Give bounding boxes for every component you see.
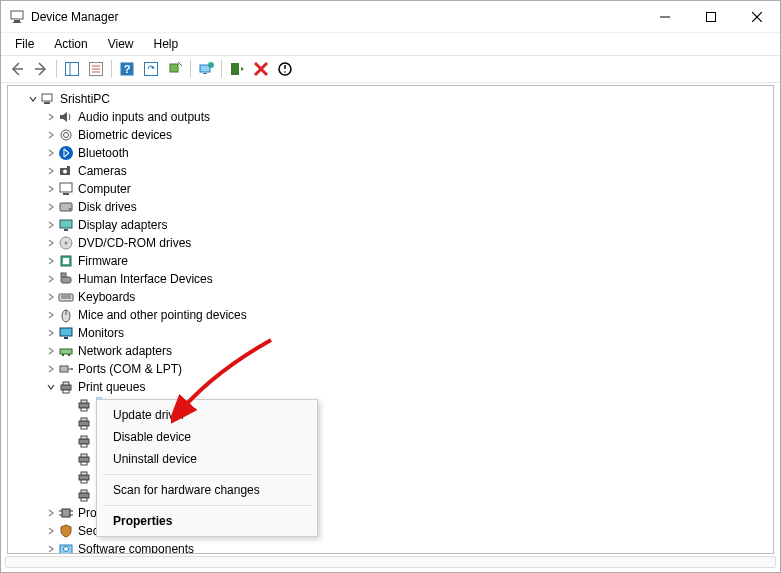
enable-device-button[interactable]	[225, 58, 249, 80]
tree-category-label: Network adapters	[78, 344, 172, 358]
context-uninstall-device[interactable]: Uninstall device	[97, 448, 317, 470]
tree-root-label: SrishtiPC	[60, 92, 110, 106]
svg-rect-65	[81, 436, 87, 439]
chevron-right-icon[interactable]	[44, 112, 58, 122]
chevron-right-icon[interactable]	[44, 274, 58, 284]
chevron-right-icon[interactable]	[44, 310, 58, 320]
tree-category[interactable]: Ports (COM & LPT)	[10, 360, 771, 378]
menu-file[interactable]: File	[5, 35, 44, 53]
chevron-right-icon[interactable]	[44, 526, 58, 536]
tree-category[interactable]: Mice and other pointing devices	[10, 306, 771, 324]
chevron-right-icon[interactable]	[44, 544, 58, 554]
svg-rect-35	[60, 220, 72, 228]
menu-bar: File Action View Help	[1, 33, 780, 55]
tree-category[interactable]: Keyboards	[10, 288, 771, 306]
category-icon	[58, 343, 74, 359]
context-scan-hardware[interactable]: Scan for hardware changes	[97, 479, 317, 501]
svg-rect-16	[170, 64, 178, 72]
svg-rect-7	[66, 63, 79, 76]
chevron-right-icon[interactable]	[44, 346, 58, 356]
svg-rect-24	[44, 102, 50, 104]
tree-category[interactable]: Firmware	[10, 252, 771, 270]
back-button[interactable]	[5, 58, 29, 80]
tree-category[interactable]: Print queues	[10, 378, 771, 396]
printer-icon	[76, 433, 92, 449]
tree-category-label: Software components	[78, 542, 194, 554]
tree-category-label: Human Interface Devices	[78, 272, 213, 286]
tree-category-label: Cameras	[78, 164, 127, 178]
svg-point-25	[61, 130, 71, 140]
tree-category[interactable]: Disk drives	[10, 198, 771, 216]
device-manager-icon	[9, 9, 25, 25]
printer-icon	[76, 415, 92, 431]
chevron-down-icon[interactable]	[44, 382, 58, 392]
minimize-button[interactable]	[642, 1, 688, 32]
chevron-right-icon[interactable]	[44, 364, 58, 374]
tree-category-label: Bluetooth	[78, 146, 129, 160]
add-legacy-button[interactable]	[163, 58, 187, 80]
chevron-right-icon[interactable]	[44, 238, 58, 248]
chevron-right-icon[interactable]	[44, 256, 58, 266]
tree-category-label: Biometric devices	[78, 128, 172, 142]
tree-root[interactable]: SrishtiPC	[10, 90, 771, 108]
toolbar-separator	[56, 60, 57, 78]
svg-rect-72	[81, 480, 87, 483]
tree-category[interactable]: Display adapters	[10, 216, 771, 234]
svg-rect-42	[61, 273, 66, 277]
tree-category[interactable]: DVD/CD-ROM drives	[10, 234, 771, 252]
update-driver-button[interactable]	[194, 58, 218, 80]
category-icon	[58, 199, 74, 215]
svg-point-26	[64, 133, 69, 138]
tree-category[interactable]: Network adapters	[10, 342, 771, 360]
printer-icon	[76, 451, 92, 467]
svg-rect-62	[81, 418, 87, 421]
menu-help[interactable]: Help	[144, 35, 189, 53]
menu-view[interactable]: View	[98, 35, 144, 53]
chevron-right-icon[interactable]	[44, 130, 58, 140]
tree-category[interactable]: Monitors	[10, 324, 771, 342]
scan-button[interactable]	[139, 58, 163, 80]
tree-category-label: Print queues	[78, 380, 145, 394]
chevron-right-icon[interactable]	[44, 292, 58, 302]
svg-rect-70	[79, 475, 89, 480]
svg-rect-60	[81, 408, 87, 411]
svg-rect-4	[707, 12, 716, 21]
chevron-right-icon[interactable]	[44, 148, 58, 158]
chevron-right-icon[interactable]	[44, 202, 58, 212]
chevron-right-icon[interactable]	[44, 508, 58, 518]
category-icon	[58, 379, 74, 395]
forward-button[interactable]	[29, 58, 53, 80]
context-properties[interactable]: Properties	[97, 510, 317, 532]
svg-point-19	[208, 62, 214, 68]
chevron-right-icon[interactable]	[44, 328, 58, 338]
context-update-driver[interactable]: Update driver	[97, 404, 317, 426]
chevron-right-icon[interactable]	[44, 166, 58, 176]
context-disable-device[interactable]: Disable device	[97, 426, 317, 448]
tree-category[interactable]: Human Interface Devices	[10, 270, 771, 288]
chevron-right-icon[interactable]	[44, 220, 58, 230]
svg-point-22	[284, 71, 286, 73]
disable-device-button[interactable]	[273, 58, 297, 80]
toolbar-separator	[111, 60, 112, 78]
chevron-right-icon[interactable]	[44, 184, 58, 194]
uninstall-device-button[interactable]	[249, 58, 273, 80]
tree-category[interactable]: Cameras	[10, 162, 771, 180]
svg-rect-57	[63, 390, 69, 393]
tree-category-label: Ports (COM & LPT)	[78, 362, 182, 376]
tree-category[interactable]: Audio inputs and outputs	[10, 108, 771, 126]
category-icon	[58, 361, 74, 377]
menu-action[interactable]: Action	[44, 35, 97, 53]
properties-button[interactable]	[84, 58, 108, 80]
window-title: Device Manager	[31, 10, 642, 24]
help-button[interactable]: ?	[115, 58, 139, 80]
show-hide-tree-button[interactable]	[60, 58, 84, 80]
maximize-button[interactable]	[688, 1, 734, 32]
close-button[interactable]	[734, 1, 780, 32]
svg-rect-0	[11, 11, 23, 19]
tree-category[interactable]: Software components	[10, 540, 771, 554]
chevron-down-icon[interactable]	[26, 94, 40, 104]
tree-category[interactable]: Biometric devices	[10, 126, 771, 144]
svg-point-38	[65, 242, 68, 245]
tree-category[interactable]: Computer	[10, 180, 771, 198]
tree-category[interactable]: Bluetooth	[10, 144, 771, 162]
